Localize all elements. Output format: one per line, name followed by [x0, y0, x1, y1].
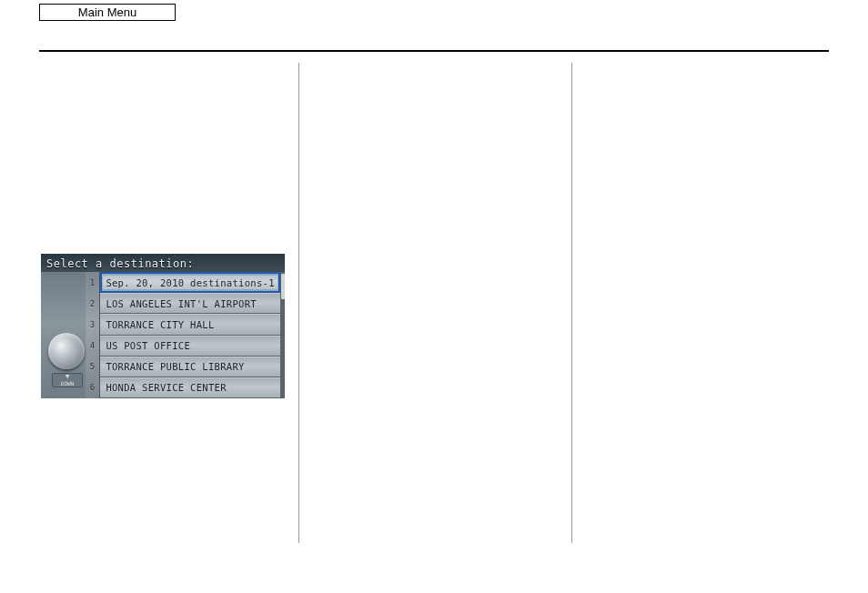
nav-index: 2 [86, 293, 100, 314]
nav-index: 6 [86, 377, 100, 398]
horizontal-rule [39, 50, 829, 52]
list-item[interactable]: LOS ANGELES INT'L AIRPORT [100, 293, 279, 314]
nav-index: 4 [86, 336, 100, 357]
scrollbar-thumb[interactable] [281, 274, 285, 299]
nav-screen-title: Select a destination: [41, 254, 285, 272]
nav-index: 3 [86, 314, 100, 335]
nav-index: 5 [86, 357, 100, 377]
nav-destination-list: Sep. 20, 2010 destinations-1 LOS ANGELES… [99, 272, 279, 398]
main-menu-button[interactable]: Main Menu [39, 4, 176, 21]
list-item[interactable]: US POST OFFICE [100, 336, 279, 357]
list-item[interactable]: TORRANCE PUBLIC LIBRARY [100, 357, 279, 377]
scrollbar[interactable] [280, 272, 285, 398]
rotary-knob[interactable] [48, 333, 85, 369]
nav-index-column: 1 2 3 4 5 6 [86, 272, 100, 398]
nav-index: 1 [86, 272, 100, 293]
list-item[interactable]: HONDA SERVICE CENTER [100, 377, 279, 398]
down-button[interactable]: DOWN [52, 373, 83, 387]
list-item[interactable]: TORRANCE CITY HALL [100, 314, 279, 335]
column-divider [571, 63, 572, 543]
list-item[interactable]: Sep. 20, 2010 destinations-1 [100, 272, 279, 293]
column-divider [298, 63, 299, 543]
nav-control-panel: DOWN [41, 272, 86, 398]
nav-device-screenshot: Select a destination: DOWN 1 2 3 4 5 6 S… [41, 254, 285, 398]
